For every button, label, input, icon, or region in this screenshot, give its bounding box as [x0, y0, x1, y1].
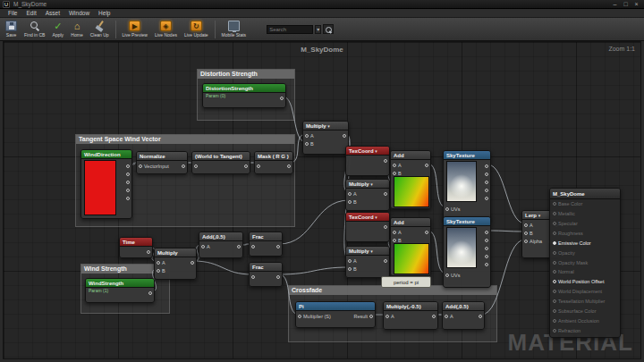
output-pin[interactable]: [124, 170, 130, 178]
node-material-output[interactable]: M_SkyDomeBase ColorMetallicSpecularRough…: [549, 188, 621, 338]
pin-icon[interactable]: [445, 207, 449, 211]
pin-icon[interactable]: [553, 329, 556, 333]
node-add-half-crossfade[interactable]: Add(,0.5)A: [442, 301, 485, 330]
pin-icon[interactable]: [194, 164, 198, 168]
output-pin[interactable]: [483, 178, 488, 186]
pin-icon[interactable]: [553, 251, 556, 255]
node-world-to-tangent[interactable]: (World to Tangent): [191, 151, 250, 174]
pin-icon[interactable]: [485, 164, 488, 168]
output-pin[interactable]: [235, 242, 241, 250]
node-windstrength-param[interactable]: WindStrengthParam (1): [85, 278, 155, 303]
save-button[interactable]: Save: [3, 19, 20, 40]
node-skytexture-bottom[interactable]: SkyTextureUVs: [443, 216, 491, 288]
material-pin-base-color[interactable]: Base Color: [553, 201, 617, 206]
collapse-caret-icon[interactable]: ▾: [375, 215, 377, 220]
output-pin[interactable]: [483, 162, 488, 170]
pin-icon[interactable]: [553, 212, 556, 215]
output-pin[interactable]: [423, 161, 428, 169]
pin-icon[interactable]: [251, 245, 255, 248]
pin-icon[interactable]: [348, 200, 352, 204]
menu-asset[interactable]: Asset: [41, 9, 64, 18]
material-pin-opacity[interactable]: Opacity: [553, 250, 617, 256]
pin-icon[interactable]: [126, 197, 130, 200]
pin-icon[interactable]: [384, 192, 387, 196]
find-in-cb-button[interactable]: Find in CB: [21, 19, 47, 40]
node-multiply-distortion[interactable]: Multiply ▾AB: [302, 121, 349, 155]
pin-icon[interactable]: [432, 315, 436, 318]
pin-icon[interactable]: [524, 240, 528, 243]
live-nodes-button[interactable]: Live Nodes: [152, 19, 180, 40]
search-button[interactable]: [323, 24, 334, 34]
output-pin[interactable]: [483, 244, 488, 252]
pin-icon[interactable]: [287, 164, 291, 168]
pin-icon[interactable]: [384, 259, 387, 263]
pin-icon[interactable]: [553, 241, 556, 245]
output-pin[interactable]: Result: [353, 312, 373, 320]
pin-icon[interactable]: [237, 245, 241, 248]
output-pin[interactable]: [483, 260, 488, 268]
pin-icon[interactable]: [157, 269, 160, 273]
mobile-stats-button[interactable]: Mobile Stats: [219, 19, 250, 40]
input-pin[interactable]: A: [157, 258, 165, 266]
material-pin-roughness[interactable]: Roughness: [553, 231, 617, 236]
pin-icon[interactable]: [348, 192, 352, 196]
output-pin[interactable]: [124, 178, 130, 186]
pin-icon[interactable]: [553, 202, 556, 206]
node-texcoord-top[interactable]: TexCoord ▾: [345, 146, 390, 176]
pin-icon[interactable]: [126, 189, 130, 192]
pin-icon[interactable]: [276, 275, 280, 279]
output-pin[interactable]: [124, 194, 130, 202]
node-frac-top[interactable]: Frac: [249, 232, 283, 257]
output-pin[interactable]: [124, 186, 130, 194]
material-pin-normal[interactable]: Normal: [553, 269, 617, 274]
pin-icon[interactable]: [384, 225, 387, 229]
node-winddirection-param[interactable]: WindDirection: [80, 149, 132, 219]
pin-icon[interactable]: [393, 239, 396, 242]
pin-icon[interactable]: [298, 315, 301, 318]
home-button[interactable]: Home: [68, 19, 85, 40]
pin-icon[interactable]: [524, 232, 528, 235]
output-pin[interactable]: [275, 273, 280, 281]
pin-icon[interactable]: [485, 255, 488, 258]
input-pin[interactable]: [251, 242, 257, 250]
pin-icon[interactable]: [343, 134, 346, 138]
output-pin[interactable]: [483, 228, 488, 236]
material-pin-metallic[interactable]: Metallic: [553, 211, 617, 216]
pin-icon[interactable]: [369, 315, 373, 318]
input-pin[interactable]: [257, 162, 262, 170]
output-pin[interactable]: [483, 252, 488, 260]
window-maximize-button[interactable]: □: [621, 0, 631, 8]
pin-icon[interactable]: [485, 239, 488, 242]
pin-icon[interactable]: [553, 290, 556, 293]
input-pin[interactable]: B: [305, 139, 314, 147]
node-mask-rg[interactable]: Mask ( R G ): [254, 151, 293, 174]
node-multiply-neg-half[interactable]: Multiply(,-0.5)A: [383, 301, 438, 330]
collapse-caret-icon[interactable]: ▾: [327, 123, 330, 129]
node-add-half-phase[interactable]: Add(,0.5)A: [199, 232, 243, 258]
pin-icon[interactable]: [126, 181, 130, 184]
input-pin[interactable]: A: [348, 189, 357, 198]
output-pin[interactable]: [483, 236, 488, 244]
pin-icon[interactable]: [126, 164, 130, 168]
pin-icon[interactable]: [305, 134, 309, 138]
pin-icon[interactable]: [393, 164, 396, 167]
output-pin[interactable]: [430, 312, 436, 320]
output-pin[interactable]: [124, 162, 130, 170]
pin-icon[interactable]: [126, 173, 130, 176]
input-pin[interactable]: B: [348, 265, 357, 273]
input-pin[interactable]: B: [524, 229, 542, 237]
material-pin-emissive-color[interactable]: Emissive Color: [553, 240, 617, 246]
menu-edit[interactable]: Edit: [21, 9, 40, 18]
output-pin[interactable]: [180, 162, 185, 170]
output-pin[interactable]: [341, 131, 346, 139]
pin-icon[interactable]: [276, 245, 280, 248]
material-pin-subsurface-color[interactable]: Subsurface Color: [553, 308, 617, 314]
collapse-caret-icon[interactable]: ▾: [538, 213, 541, 218]
input-pin[interactable]: A: [393, 228, 402, 236]
material-pin-ambient-occlusion[interactable]: Ambient Occlusion: [553, 318, 617, 324]
pin-icon[interactable]: [485, 189, 488, 192]
node-frac-bottom[interactable]: Frac: [249, 262, 283, 287]
pin-icon[interactable]: [182, 164, 185, 168]
pin-icon[interactable]: [485, 197, 488, 200]
input-pin[interactable]: B: [157, 266, 165, 274]
